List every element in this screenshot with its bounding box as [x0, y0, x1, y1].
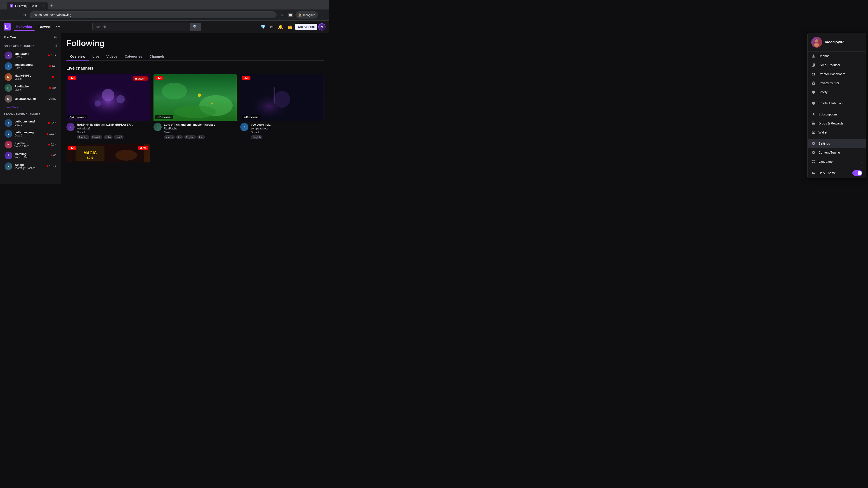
dropdown-overlay[interactable]: [0, 0, 329, 184]
